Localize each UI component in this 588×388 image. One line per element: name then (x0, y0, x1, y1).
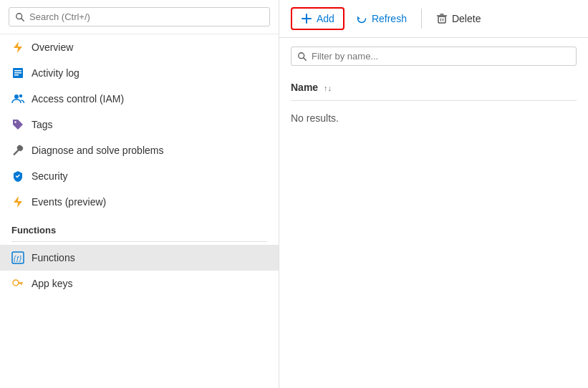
svg-line-1 (21, 18, 24, 21)
sidebar-item-label: Activity log (32, 67, 79, 79)
svg-rect-4 (14, 70, 21, 72)
section-divider (11, 241, 267, 242)
delete-button[interactable]: Delete (428, 9, 489, 29)
tag-icon (11, 118, 24, 131)
search-wrapper[interactable] (9, 7, 270, 26)
sidebar-item-tags[interactable]: Tags (0, 112, 279, 137)
sidebar-item-label: Tags (32, 119, 53, 130)
sidebar-item-app-keys[interactable]: App keys (0, 271, 279, 296)
bolt-icon (11, 195, 24, 208)
sidebar-item-label: Diagnose and solve problems (32, 145, 163, 156)
svg-point-7 (14, 94, 19, 99)
table-header: Name ↑↓ (291, 74, 577, 101)
svg-marker-10 (14, 196, 22, 208)
svg-rect-5 (14, 72, 21, 74)
sort-icon: ↑↓ (324, 84, 332, 92)
sidebar-item-label: Functions (32, 252, 75, 263)
filter-input[interactable] (312, 51, 570, 62)
table-area: Name ↑↓ No results. (279, 74, 588, 388)
sidebar-item-diagnose[interactable]: Diagnose and solve problems (0, 137, 279, 163)
wrench-icon (11, 144, 24, 157)
sidebar-item-events[interactable]: Events (preview) (0, 189, 279, 215)
log-icon (11, 67, 24, 79)
toolbar: Add Refresh Delete (279, 0, 588, 38)
svg-rect-6 (14, 74, 19, 76)
sidebar-item-label: Access control (IAM) (32, 93, 124, 105)
main-content: Add Refresh Delete (279, 0, 588, 388)
refresh-label: Refresh (372, 13, 407, 24)
sidebar-item-label: Security (32, 170, 68, 182)
sidebar: Overview Activity log (0, 0, 279, 388)
toolbar-divider (421, 9, 422, 29)
search-input[interactable] (29, 11, 264, 22)
search-bar (0, 0, 279, 34)
sidebar-item-label: Overview (32, 42, 73, 53)
shield-icon (11, 170, 24, 183)
lightning-icon (11, 41, 24, 54)
add-label: Add (317, 13, 334, 24)
sidebar-nav: Overview Activity log (0, 34, 279, 388)
add-button[interactable]: Add (291, 7, 344, 30)
plus-icon (301, 13, 312, 24)
refresh-icon (356, 13, 367, 24)
sidebar-item-security[interactable]: Security (0, 163, 279, 189)
column-name-label: Name (291, 82, 318, 93)
sidebar-item-activity-log[interactable]: Activity log (0, 60, 279, 86)
people-icon (11, 92, 24, 105)
svg-point-9 (14, 121, 16, 122)
svg-line-25 (304, 57, 307, 60)
delete-label: Delete (452, 13, 481, 24)
section-header-functions: Functions (0, 215, 279, 238)
svg-point-8 (19, 94, 22, 97)
refresh-button[interactable]: Refresh (347, 9, 415, 29)
column-name[interactable]: Name ↑↓ (291, 82, 332, 93)
sidebar-item-access-control[interactable]: Access control (IAM) (0, 86, 279, 112)
sidebar-item-overview[interactable]: Overview (0, 34, 279, 60)
search-icon (15, 12, 25, 22)
filter-area (279, 38, 588, 74)
filter-wrapper[interactable] (291, 47, 577, 66)
svg-point-13 (13, 280, 19, 286)
key-icon (11, 277, 24, 290)
empty-message: No results. (291, 112, 339, 124)
svg-marker-2 (14, 42, 22, 53)
delete-icon (436, 13, 448, 24)
filter-search-icon (297, 52, 307, 62)
fx-icon: {ƒ} (11, 251, 24, 264)
sidebar-item-functions[interactable]: {ƒ} Functions (0, 245, 279, 271)
svg-text:{ƒ}: {ƒ} (14, 255, 21, 262)
sidebar-item-label: App keys (32, 278, 73, 289)
svg-rect-19 (438, 16, 445, 23)
table-body: No results. (291, 101, 577, 135)
sidebar-item-label: Events (preview) (32, 196, 106, 208)
